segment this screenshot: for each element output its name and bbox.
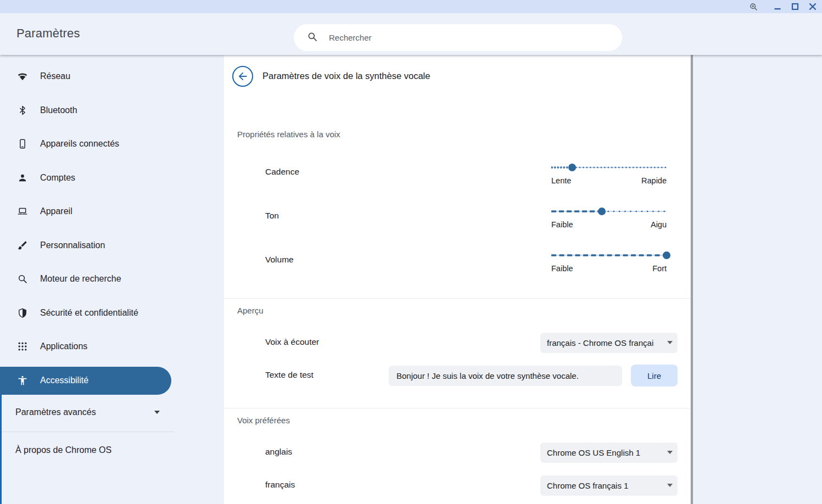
window-titlebar: [0, 0, 822, 13]
sidebar-item-comptes[interactable]: Comptes: [0, 164, 171, 192]
voice-select-label: Voix à écouter: [265, 337, 319, 347]
arrow-left-icon: [237, 70, 249, 82]
sidebar-item-reseau[interactable]: Réseau: [0, 63, 171, 91]
section-title-preview: Aperçu: [237, 306, 264, 315]
sidebar-item-moteur-de-recherche[interactable]: Moteur de recherche: [0, 265, 171, 293]
advanced-settings-label: Paramètres avancés: [15, 407, 96, 417]
sidebar-item-label: Personnalisation: [40, 240, 105, 250]
french-voice-label: français: [265, 480, 295, 490]
sidebar-item-label: Réseau: [40, 71, 70, 81]
vertical-scrollbar[interactable]: [691, 55, 693, 504]
sidebar-item-label: Accessibilité: [40, 376, 88, 385]
volume-slider-thumb[interactable]: [663, 251, 670, 259]
sidebar-item-label: Bluetooth: [40, 105, 77, 115]
sidebar-item-accessibilite[interactable]: Accessibilité: [0, 367, 171, 395]
advanced-settings-toggle[interactable]: Paramètres avancés: [0, 397, 174, 428]
cadence-label: Cadence: [265, 167, 299, 177]
sidebar: Réseau Bluetooth Appareils connectés Com…: [0, 55, 224, 504]
section-divider: [224, 298, 690, 299]
accessibility-icon: [17, 375, 28, 386]
person-icon: [17, 172, 28, 183]
settings-header: Paramètres Rechercher: [0, 13, 822, 55]
volume-slider[interactable]: [551, 251, 667, 260]
maximize-icon[interactable]: [790, 2, 800, 12]
french-voice-value: Chrome OS français 1: [547, 481, 628, 490]
sidebar-item-applications[interactable]: Applications: [0, 333, 171, 361]
search-icon: [307, 31, 318, 44]
search-engine-icon: [17, 273, 28, 284]
english-voice-dropdown[interactable]: Chrome OS US English 1: [540, 443, 678, 463]
search-input[interactable]: Rechercher: [294, 24, 622, 51]
smartphone-icon: [17, 138, 28, 149]
section-title-voice-properties: Propriétés relatives à la voix: [237, 130, 340, 139]
ton-min-label: Faible: [551, 220, 573, 229]
sidebar-item-label: Appareils connectés: [40, 139, 119, 149]
test-text-input[interactable]: Bonjour ! Je suis la voix de votre synth…: [389, 366, 622, 386]
wifi-icon: [17, 71, 28, 82]
laptop-icon: [17, 206, 28, 217]
cadence-max-label: Rapide: [641, 176, 667, 185]
cadence-min-label: Lente: [551, 176, 571, 185]
test-text-label: Texte de test: [265, 370, 314, 380]
voice-select-value: français - Chrome OS françai: [547, 338, 653, 348]
tts-settings-card: Paramètres de voix de la synthèse vocale…: [224, 55, 690, 504]
close-icon[interactable]: [808, 2, 818, 12]
sidebar-item-personnalisation[interactable]: Personnalisation: [0, 231, 171, 259]
minimize-icon[interactable]: [773, 2, 782, 12]
sidebar-item-about-chrome-os[interactable]: À propos de Chrome OS: [0, 435, 174, 466]
chevron-down-icon: [667, 341, 673, 344]
chevron-down-icon: [154, 411, 160, 414]
english-voice-value: Chrome OS US English 1: [547, 448, 640, 457]
ton-max-label: Aigu: [651, 220, 667, 229]
bluetooth-icon: [17, 105, 28, 116]
french-voice-dropdown[interactable]: Chrome OS français 1: [540, 475, 678, 496]
shield-icon: [17, 307, 28, 318]
section-title-preferred-voices: Voix préférées: [237, 416, 290, 425]
search-placeholder: Rechercher: [329, 33, 372, 42]
sidebar-item-label: Appareil: [40, 206, 72, 216]
voice-select-dropdown[interactable]: français - Chrome OS françai: [540, 333, 678, 353]
cadence-slider-thumb[interactable]: [568, 164, 576, 171]
ton-label: Ton: [265, 211, 279, 221]
page-title: Paramètres de voix de la synthèse vocale: [262, 71, 430, 81]
chevron-down-icon: [667, 451, 673, 454]
test-text-value: Bonjour ! Je suis la voix de votre synth…: [396, 371, 579, 380]
sidebar-item-appareil[interactable]: Appareil: [0, 198, 171, 226]
content-area: Paramètres de voix de la synthèse vocale…: [224, 55, 822, 504]
ton-slider[interactable]: [551, 207, 667, 216]
english-voice-label: anglais: [265, 447, 292, 457]
left-accent-line: [0, 394, 2, 504]
volume-label: Volume: [265, 255, 294, 265]
brush-icon: [17, 240, 28, 251]
sidebar-item-label: Applications: [40, 341, 87, 351]
sidebar-divider: [0, 432, 174, 432]
sidebar-item-bluetooth[interactable]: Bluetooth: [0, 96, 171, 124]
sidebar-item-label: Comptes: [40, 173, 75, 183]
cadence-slider[interactable]: [551, 163, 667, 172]
back-button[interactable]: [232, 66, 253, 87]
sidebar-item-label: Moteur de recherche: [40, 274, 121, 284]
app-title: Paramètres: [16, 26, 80, 41]
sidebar-item-label: Sécurité et confidentialité: [40, 308, 138, 318]
read-button[interactable]: Lire: [631, 365, 678, 387]
zoom-lens-icon[interactable]: [748, 2, 758, 12]
sidebar-item-appareils-connectes[interactable]: Appareils connectés: [0, 130, 171, 158]
about-label: À propos de Chrome OS: [15, 445, 111, 455]
volume-min-label: Faible: [551, 264, 573, 273]
volume-max-label: Fort: [652, 264, 667, 273]
section-divider: [224, 408, 690, 408]
sidebar-item-securite[interactable]: Sécurité et confidentialité: [0, 299, 171, 327]
apps-grid-icon: [17, 341, 28, 352]
chevron-down-icon: [667, 484, 673, 487]
